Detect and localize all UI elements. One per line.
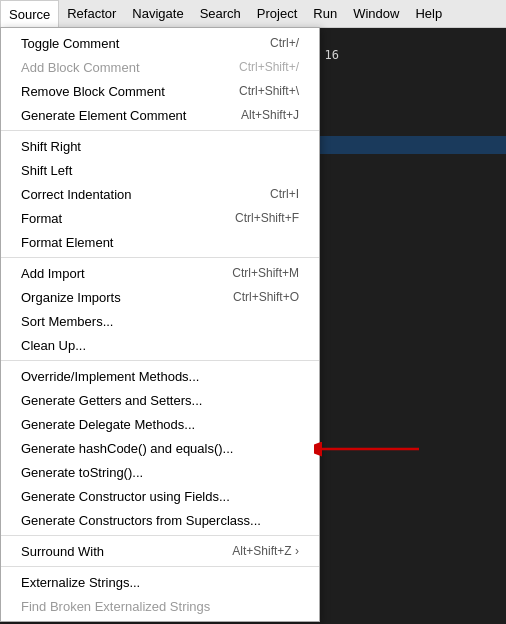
menubar-item-source[interactable]: Source — [0, 0, 59, 28]
menu-item-label: Override/Implement Methods... — [21, 369, 199, 384]
menu-item-label: Generate Constructors from Superclass... — [21, 513, 261, 528]
menu-item-shortcut: Ctrl+Shift+O — [233, 290, 299, 304]
menu-item-label: Generate toString()... — [21, 465, 143, 480]
menu-item-shortcut: Ctrl+Shift+\ — [239, 84, 299, 98]
menu-item-label: Shift Left — [21, 163, 72, 178]
menu-item-label: Correct Indentation — [21, 187, 132, 202]
menu-item-sort-members[interactable]: Sort Members... — [1, 309, 319, 333]
menu-item-generate-tostring[interactable]: Generate toString()... — [1, 460, 319, 484]
menu-item-surround-with[interactable]: Surround With Alt+Shift+Z › — [1, 539, 319, 563]
menu-item-generate-element-comment[interactable]: Generate Element Comment Alt+Shift+J — [1, 103, 319, 127]
menu-item-label: Clean Up... — [21, 338, 86, 353]
menu-item-label: Organize Imports — [21, 290, 121, 305]
menu-item-override-implement[interactable]: Override/Implement Methods... — [1, 364, 319, 388]
source-dropdown-menu: Toggle Comment Ctrl+/ Add Block Comment … — [0, 27, 320, 622]
menubar-item-project[interactable]: Project — [249, 0, 305, 27]
menu-item-label: Surround With — [21, 544, 104, 559]
menu-item-label: Generate Element Comment — [21, 108, 186, 123]
menubar-item-search[interactable]: Search — [192, 0, 249, 27]
menu-item-label: Toggle Comment — [21, 36, 119, 51]
menu-item-generate-constructor-fields[interactable]: Generate Constructor using Fields... — [1, 484, 319, 508]
menu-item-label: Generate Getters and Setters... — [21, 393, 202, 408]
menu-item-add-block-comment: Add Block Comment Ctrl+Shift+/ — [1, 55, 319, 79]
menubar-item-navigate[interactable]: Navigate — [124, 0, 191, 27]
menu-item-label: Find Broken Externalized Strings — [21, 599, 210, 614]
menubar-item-window[interactable]: Window — [345, 0, 407, 27]
menu-item-correct-indentation[interactable]: Correct Indentation Ctrl+I — [1, 182, 319, 206]
separator-4 — [1, 535, 319, 536]
menu-item-find-broken-externalized: Find Broken Externalized Strings — [1, 594, 319, 618]
menu-item-label: Generate hashCode() and equals()... — [21, 441, 233, 456]
menu-item-label: Format Element — [21, 235, 113, 250]
menu-item-label: Generate Constructor using Fields... — [21, 489, 230, 504]
menu-item-shortcut: Alt+Shift+Z › — [232, 544, 299, 558]
menu-item-generate-delegate-methods[interactable]: Generate Delegate Methods... — [1, 412, 319, 436]
menu-item-shortcut: Ctrl+I — [270, 187, 299, 201]
menu-item-toggle-comment[interactable]: Toggle Comment Ctrl+/ — [1, 31, 319, 55]
menu-item-label: Generate Delegate Methods... — [21, 417, 195, 432]
menu-item-label: Add Block Comment — [21, 60, 140, 75]
menu-item-shortcut: Alt+Shift+J — [241, 108, 299, 122]
menu-item-externalize-strings[interactable]: Externalize Strings... — [1, 570, 319, 594]
menu-item-label: Format — [21, 211, 62, 226]
menu-item-shortcut: Ctrl+Shift+/ — [239, 60, 299, 74]
menu-item-label: Sort Members... — [21, 314, 113, 329]
menu-item-shortcut: Ctrl+Shift+F — [235, 211, 299, 225]
menubar-item-refactor[interactable]: Refactor — [59, 0, 124, 27]
menu-item-generate-hashcode-equals[interactable]: Generate hashCode() and equals()... — [1, 436, 319, 460]
menu-item-label: Shift Right — [21, 139, 81, 154]
menu-item-organize-imports[interactable]: Organize Imports Ctrl+Shift+O — [1, 285, 319, 309]
menu-item-add-import[interactable]: Add Import Ctrl+Shift+M — [1, 261, 319, 285]
menu-item-shortcut: Ctrl+Shift+M — [232, 266, 299, 280]
menu-item-generate-getters-setters[interactable]: Generate Getters and Setters... — [1, 388, 319, 412]
separator-5 — [1, 566, 319, 567]
menu-item-format-element[interactable]: Format Element — [1, 230, 319, 254]
menu-item-shortcut: Ctrl+/ — [270, 36, 299, 50]
menu-item-label: Add Import — [21, 266, 85, 281]
menu-item-format[interactable]: Format Ctrl+Shift+F — [1, 206, 319, 230]
menu-item-shift-right[interactable]: Shift Right — [1, 134, 319, 158]
menu-item-label: Remove Block Comment — [21, 84, 165, 99]
menubar-item-help[interactable]: Help — [407, 0, 450, 27]
menubar-item-run[interactable]: Run — [305, 0, 345, 27]
separator-1 — [1, 130, 319, 131]
menu-item-shift-left[interactable]: Shift Left — [1, 158, 319, 182]
menu-item-label: Externalize Strings... — [21, 575, 140, 590]
separator-3 — [1, 360, 319, 361]
menu-item-remove-block-comment[interactable]: Remove Block Comment Ctrl+Shift+\ — [1, 79, 319, 103]
menu-item-generate-constructors-superclass[interactable]: Generate Constructors from Superclass... — [1, 508, 319, 532]
menubar: Source Refactor Navigate Search Project … — [0, 0, 506, 28]
separator-2 — [1, 257, 319, 258]
menu-item-clean-up[interactable]: Clean Up... — [1, 333, 319, 357]
